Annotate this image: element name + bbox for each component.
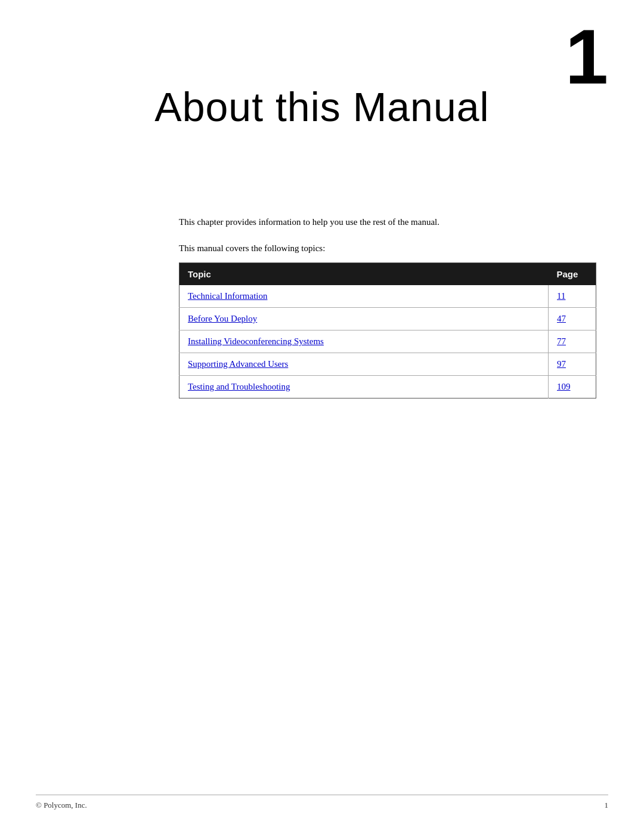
footer-copyright: © Polycom, Inc. <box>36 801 87 810</box>
table-cell-page: 47 <box>549 308 596 330</box>
table-cell-topic: Technical Information <box>179 285 549 308</box>
table-cell-page: 11 <box>549 285 596 308</box>
footer-divider <box>36 795 608 795</box>
footer-page-number: 1 <box>605 801 609 810</box>
table-cell-page: 77 <box>549 330 596 353</box>
page-link[interactable]: 77 <box>557 336 566 346</box>
chapter-title: About this Manual <box>36 84 608 130</box>
topic-link[interactable]: Before You Deploy <box>188 314 257 323</box>
intro-paragraph: This chapter provides information to hel… <box>179 215 596 229</box>
topic-link[interactable]: Technical Information <box>188 291 267 301</box>
topic-link[interactable]: Testing and Troubleshooting <box>188 382 290 391</box>
topic-column-header: Topic <box>179 263 549 286</box>
table-row: Installing Videoconferencing Systems77 <box>179 330 596 353</box>
table-cell-topic: Before You Deploy <box>179 308 549 330</box>
page-link[interactable]: 97 <box>557 359 566 369</box>
topic-link[interactable]: Supporting Advanced Users <box>188 359 288 369</box>
table-row: Before You Deploy47 <box>179 308 596 330</box>
topic-link[interactable]: Installing Videoconferencing Systems <box>188 336 324 346</box>
page-link[interactable]: 11 <box>557 291 565 301</box>
table-cell-page: 109 <box>549 376 596 398</box>
page: 1 About this Manual This chapter provide… <box>0 0 644 828</box>
page-link[interactable]: 109 <box>557 382 571 391</box>
table-cell-page: 97 <box>549 353 596 376</box>
table-cell-topic: Supporting Advanced Users <box>179 353 549 376</box>
topics-label: This manual covers the following topics: <box>179 241 596 255</box>
content-area: This chapter provides information to hel… <box>179 215 596 398</box>
footer: © Polycom, Inc. 1 <box>36 801 608 810</box>
page-column-header: Page <box>549 263 596 286</box>
topics-table: Topic Page Technical Information11Before… <box>179 262 596 398</box>
page-link[interactable]: 47 <box>557 314 566 323</box>
table-row: Testing and Troubleshooting109 <box>179 376 596 398</box>
table-row: Technical Information11 <box>179 285 596 308</box>
table-row: Supporting Advanced Users97 <box>179 353 596 376</box>
table-cell-topic: Installing Videoconferencing Systems <box>179 330 549 353</box>
table-cell-topic: Testing and Troubleshooting <box>179 376 549 398</box>
table-header-row: Topic Page <box>179 263 596 286</box>
